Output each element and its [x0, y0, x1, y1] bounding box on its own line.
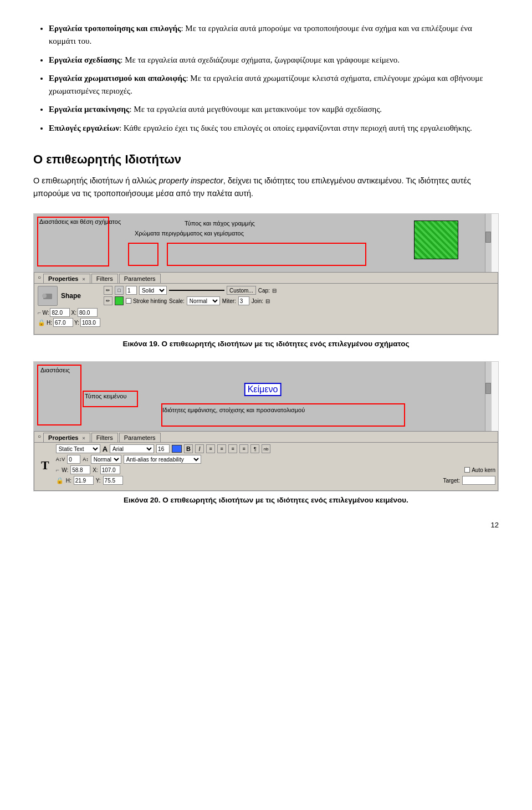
stroke-hint-checkbox[interactable] — [126, 298, 131, 304]
italic-btn[interactable]: I — [195, 444, 204, 453]
text-row-2: A↕V A↕ Normal Anti-alias for readability — [56, 455, 495, 464]
fig1-tabs: ○ Properties × Filters Parameters — [34, 273, 498, 284]
fig2-x-label: X: — [93, 467, 98, 473]
annot-stroke: Τύπος και πάχος γραμμής — [183, 219, 256, 227]
fig2-w-input[interactable] — [70, 465, 90, 474]
fig1-canvas-area: Διαστάσεις και θέση σχήματος Χρώματα περ… — [34, 214, 492, 272]
fig1-props-panel: ○ Properties × Filters Parameters — [34, 272, 498, 335]
red-bracket-colors — [128, 243, 158, 266]
fig2-t-icon-col: T — [37, 444, 54, 486]
tab-filters[interactable]: Filters — [91, 274, 118, 283]
fill-color-swatch[interactable] — [115, 296, 124, 305]
fig2-scrollbar — [485, 362, 492, 431]
stroke-style-select[interactable]: Solid — [139, 286, 167, 295]
fig2-x-input[interactable] — [100, 465, 120, 474]
stroke-row-2: ✏ Stroke hinting Scale: Normal Miter: Jo… — [104, 296, 494, 305]
bullet-item-1: Εργαλεία τροποποίησης και επιλογής: Με τ… — [49, 22, 499, 48]
figure-2-wrapper: Διαστάσεις Κείμενο Τύπος κειμένου Ιδιότη… — [33, 361, 499, 504]
fig2-tabs: ○ Properties × Filters Parameters — [34, 432, 498, 443]
red-bracket-stroke — [167, 243, 366, 266]
fig1-panel-body: Shape ⌐ W: X: 🔒 H: — [34, 284, 498, 329]
bullet-rest-5: : Κάθε εργαλείο έχει τις δικές του επιλο… — [119, 124, 472, 132]
fig2-tab-parameters[interactable]: Parameters — [119, 433, 161, 442]
auto-kern-label: Auto kern — [464, 467, 495, 473]
target-label: Target: — [443, 478, 460, 484]
fig1-scrollbar-thumb[interactable] — [485, 232, 491, 243]
stroke-width-input[interactable] — [126, 286, 137, 295]
tab-parameters[interactable]: Parameters — [119, 274, 161, 283]
fig1-dims: ⌐ W: X: 🔒 H: Y: — [38, 308, 100, 327]
miter-input[interactable] — [238, 296, 249, 305]
figure-1-wrapper: Διαστάσεις και θέση σχήματος Χρώματα περ… — [33, 213, 499, 348]
cap-icon: ⊟ — [272, 288, 277, 294]
bullet-bold-1: Εργαλεία τροποποίησης και επιλογής — [49, 24, 181, 33]
align-left-btn[interactable]: ≡ — [206, 444, 215, 453]
align-justify-btn[interactable]: ≡ — [239, 444, 248, 453]
scale-label: Scale: — [169, 298, 185, 304]
join-label: Join: — [252, 298, 263, 304]
fig1-left-col: Shape ⌐ W: X: 🔒 H: — [38, 286, 100, 327]
font-A-label: A — [103, 445, 108, 453]
shape-icon — [38, 286, 58, 306]
fig2-props-panel: ○ Properties × Filters Parameters T Stat… — [34, 431, 498, 491]
spacing-select[interactable]: Normal — [91, 455, 121, 464]
annot-dimensions: Διαστάσεις και θέση σχήματος — [39, 218, 121, 225]
fig1-right-col: ✏ □ Solid Custom... Cap: ⊟ ✏ — [104, 286, 494, 327]
fig1-scrollbar — [485, 214, 492, 272]
fig2-annot-props: Ιδιότητες εμφάνισης, στοίχισης και προσα… — [161, 406, 306, 414]
lock-icon: 🔒 — [38, 319, 45, 326]
custom-btn[interactable]: Custom... — [227, 286, 256, 295]
bold-btn[interactable]: B — [184, 444, 193, 453]
h-label: H: — [47, 320, 52, 326]
fig2-y-input[interactable] — [103, 476, 123, 485]
font-size-input[interactable] — [156, 444, 170, 453]
fig2-tab-filters[interactable]: Filters — [91, 433, 118, 442]
font-color-swatch[interactable] — [172, 445, 182, 453]
w-input[interactable] — [50, 308, 70, 317]
bullet-bold-2: Εργαλεία σχεδίασης — [49, 55, 120, 64]
y-input[interactable] — [80, 318, 100, 327]
pencil-icon: ✏ — [104, 286, 112, 295]
fig2-canvas-area: Διαστάσεις Κείμενο Τύπος κειμένου Ιδιότη… — [34, 362, 492, 431]
auto-kern-text: Auto kern — [472, 467, 495, 473]
bullet-bold-3: Εργαλεία χρωματισμού και απαλοιφής — [49, 74, 186, 83]
text-row-3: ⌐ W: X: Auto kern — [56, 465, 495, 474]
fig2-h-input[interactable] — [74, 476, 94, 485]
join-icon: ⊟ — [265, 298, 270, 304]
svg-point-1 — [42, 294, 47, 298]
auto-kern-checkbox[interactable] — [464, 467, 470, 473]
fig2-annot-dims: Διαστάσεις — [39, 366, 71, 374]
fig2-tab-properties[interactable]: Properties × — [43, 433, 90, 442]
shape-svg — [42, 290, 53, 301]
align-right-btn[interactable]: ≡ — [228, 444, 237, 453]
target-input[interactable] — [462, 476, 495, 485]
green-square — [414, 221, 458, 259]
tracking-input[interactable] — [67, 455, 80, 464]
fig2-w-label: W: — [62, 467, 68, 473]
text-t-icon: T — [39, 456, 52, 475]
scale-select[interactable]: Normal — [187, 296, 220, 305]
fig2-y-label: Y: — [96, 478, 101, 484]
nb-btn[interactable]: nb — [262, 444, 270, 453]
kerning-label: A↕ — [83, 457, 89, 462]
bullet-bold-5: Επιλογές εργαλείων — [49, 124, 119, 132]
bullet-rest-4: : Με τα εργαλεία αυτά μεγεθύνουμε και με… — [129, 105, 382, 114]
para-btn[interactable]: ¶ — [250, 444, 259, 453]
shape-icon-row: Shape — [38, 286, 100, 306]
tab-properties[interactable]: Properties × — [43, 274, 90, 283]
text-type-select[interactable]: Static Text — [56, 444, 100, 453]
text-element: Κείμενο — [244, 383, 282, 396]
align-center-btn[interactable]: ≡ — [217, 444, 226, 453]
lock-icon-2: 🔒 — [56, 477, 64, 484]
corner-icon: ⌐ — [38, 309, 41, 316]
x-input[interactable] — [78, 308, 98, 317]
fig2-controls: Static Text A Arial B I ≡ ≡ ≡ ≡ — [56, 444, 495, 486]
tracking-label: A↕V — [56, 457, 65, 462]
figure-1: Διαστάσεις και θέση σχήματος Χρώματα περ… — [33, 213, 499, 335]
font-name-select[interactable]: Arial — [110, 444, 154, 453]
antialias-select[interactable]: Anti-alias for readability — [124, 455, 201, 464]
fig2-panel-body: T Static Text A Arial — [34, 443, 498, 488]
fig2-scrollbar-thumb[interactable] — [485, 383, 491, 394]
h-input[interactable] — [53, 318, 73, 327]
stroke-line-preview — [169, 290, 224, 291]
